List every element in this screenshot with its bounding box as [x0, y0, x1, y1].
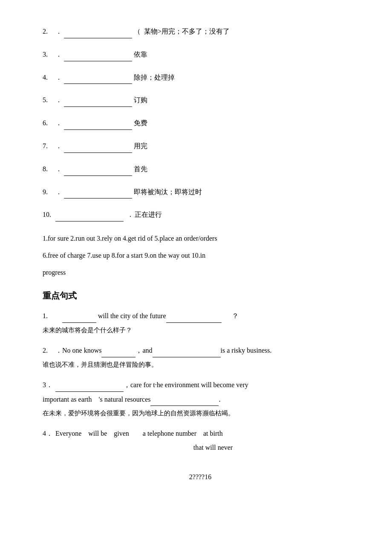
fill-blank-2b[interactable]	[153, 345, 221, 357]
sentence-spacer	[55, 310, 62, 322]
vocab-item-5: 5. ． 订购	[43, 94, 358, 107]
sentence-number: 3．	[43, 379, 55, 391]
sentence-text-4a: Everyone will be given a telephone numbe…	[55, 428, 223, 440]
sentence-text-2a: No one knows	[62, 345, 101, 357]
item-meaning: 用完	[134, 140, 147, 152]
item-meaning: 正在进行	[135, 209, 162, 221]
translation-3: 在未来，爱护环境将会很重要，因为地球上的自然资源将濒临枯竭。	[43, 408, 358, 419]
page-footer: 2????16	[43, 471, 358, 483]
item-dot: ．	[55, 49, 64, 61]
sentence-row-4b: that will never	[68, 442, 358, 454]
answer-line-3: progress	[43, 266, 358, 279]
sentence-item-4: 4． Everyone will be given a telephone nu…	[43, 428, 358, 454]
sentence-text-1: will the city of the future	[96, 310, 166, 322]
item-number: 7.	[43, 140, 55, 152]
sentence-comma: ，and	[135, 345, 152, 357]
fill-blank[interactable]	[55, 209, 124, 221]
fill-blank-2a[interactable]	[101, 345, 135, 357]
sentence-text-3b: important as earth 's natural resources	[43, 394, 150, 406]
sentence-row-1: 1. will the city of the future ？	[43, 310, 358, 323]
fill-blank[interactable]	[64, 49, 132, 61]
sentence-dot: ．	[55, 345, 62, 357]
answers-section: 1.for sure 2.run out 3.rely on 4.get rid…	[43, 232, 358, 279]
item-number: 8.	[43, 163, 55, 175]
item-dot: ．	[55, 163, 64, 175]
item-meaning: 即将被淘汰；即将过时	[134, 186, 202, 198]
vocab-item-3: 3. ． 依靠	[43, 49, 358, 61]
item-number: 4.	[43, 72, 55, 84]
sentence-item-1: 1. will the city of the future ？ 未来的城市将会…	[43, 310, 358, 336]
fill-blank-3b[interactable]	[150, 394, 219, 406]
item-number: 6.	[43, 117, 55, 129]
item-dot: ．	[55, 117, 64, 129]
item-dot: ．	[55, 140, 64, 152]
sentence-number: 1.	[43, 310, 55, 322]
item-meaning: 某物>用完；不多了；没有了	[144, 26, 230, 38]
item-meaning: 免费	[134, 117, 147, 129]
sentence-item-3: 3． ，care for t·he environment will becom…	[43, 379, 358, 420]
fill-blank[interactable]	[64, 140, 132, 153]
sentence-item-2: 2. ． No one knows ，and is a risky busine…	[43, 345, 358, 371]
item-dot: ．	[55, 186, 64, 198]
item-dot: ．	[55, 72, 64, 84]
item-number: 2.	[43, 26, 55, 38]
answer-line-1: 1.for sure 2.run out 3.rely on 4.get rid…	[43, 232, 358, 245]
item-paren: （	[134, 26, 141, 38]
fill-blank-1a[interactable]	[62, 310, 96, 323]
vocab-item-10: 10. ． 正在进行	[43, 209, 358, 221]
item-meaning: 依靠	[134, 49, 147, 61]
sentence-number: 2.	[43, 345, 55, 357]
fill-blank-3a[interactable]	[55, 379, 124, 392]
sentence-row-3b: important as earth 's natural resources …	[43, 394, 358, 406]
sentence-text-2b: is a risky business.	[221, 345, 272, 357]
fill-blank-1b[interactable]	[166, 310, 222, 323]
vocab-item-6: 6. ． 免费	[43, 117, 358, 130]
fill-blank[interactable]	[64, 26, 132, 38]
vocab-item-2: 2. ． （ 某物>用完；不多了；没有了	[43, 26, 358, 38]
sentence-spacer2	[222, 310, 232, 322]
item-meaning: 订购	[134, 94, 147, 106]
section-title: 重点句式	[43, 288, 358, 303]
fill-blank[interactable]	[64, 72, 132, 84]
question-mark: ？	[232, 310, 239, 322]
sentence-row-3a: 3． ，care for t·he environment will becom…	[43, 379, 358, 392]
item-meaning: 首先	[134, 163, 147, 175]
item-number: 9.	[43, 186, 55, 198]
sentence-row-4a: 4． Everyone will be given a telephone nu…	[43, 428, 358, 440]
sentence-text-4b: that will never	[193, 444, 233, 451]
sentence-row-2: 2. ． No one knows ，and is a risky busine…	[43, 345, 358, 357]
item-meaning: 除掉；处理掉	[134, 72, 175, 84]
dot-marker: ．	[127, 209, 134, 221]
fill-blank[interactable]	[64, 117, 132, 130]
sentence-number: 4．	[43, 428, 55, 440]
fill-blank[interactable]	[64, 186, 132, 199]
item-number: 10.	[43, 209, 55, 221]
item-number: 5.	[43, 94, 55, 106]
item-number: 3.	[43, 49, 55, 61]
item-dot: ．	[55, 26, 64, 38]
answer-line-2: 6.free of charge 7.use up 8.for a start …	[43, 249, 358, 262]
vocab-item-4: 4. ． 除掉；处理掉	[43, 72, 358, 84]
fill-blank[interactable]	[64, 163, 132, 176]
vocab-item-9: 9. ． 即将被淘汰；即将过时	[43, 186, 358, 199]
translation-2: 谁也说不准，并且猜测也是伴冒险的事。	[43, 359, 358, 371]
translation-1: 未来的城市将会是个什么样子？	[43, 325, 358, 336]
sentence-text-3a: ，care for t·he environment will become v…	[124, 379, 248, 391]
fill-blank[interactable]	[64, 94, 132, 107]
item-dot: ．	[55, 94, 64, 106]
sentence-period: .	[219, 394, 220, 406]
vocab-item-7: 7. ． 用完	[43, 140, 358, 153]
vocab-item-8: 8. ． 首先	[43, 163, 358, 176]
